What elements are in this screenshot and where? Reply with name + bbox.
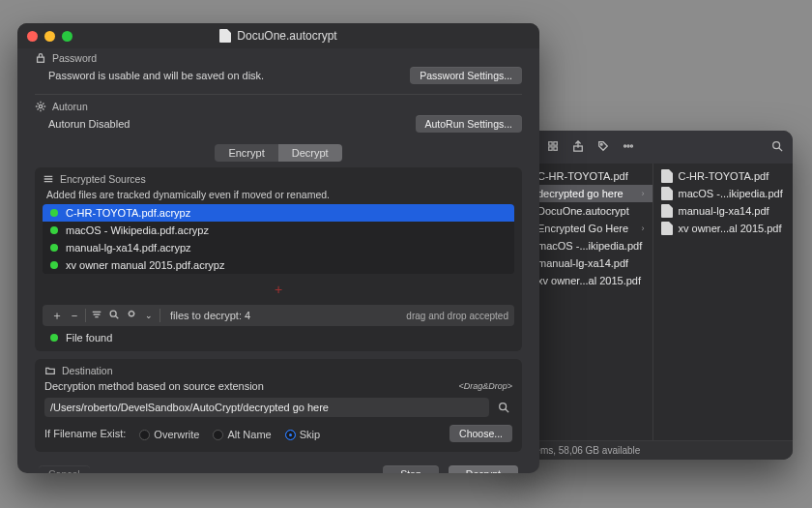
found-label: File found bbox=[66, 332, 112, 344]
status-led-icon bbox=[50, 209, 58, 217]
svg-point-24 bbox=[129, 311, 133, 315]
search-path-icon[interactable] bbox=[495, 399, 512, 416]
finder-status: 4 items, 58,06 GB available bbox=[512, 440, 793, 460]
svg-point-15 bbox=[39, 105, 42, 107]
finder-window: C-HR-TOYOTA.pdfdecrypted go here›DocuOne… bbox=[512, 131, 793, 460]
list-item[interactable]: manual-lg-xa14.pdf.acrypz bbox=[43, 239, 514, 256]
stop-button[interactable]: Stop bbox=[383, 465, 439, 473]
autorun-status: Autorun Disabled bbox=[48, 118, 130, 130]
list-item[interactable]: C-HR-TOYOTA.pdf.acrypz bbox=[43, 204, 514, 222]
list-icon bbox=[43, 173, 54, 185]
finder-item-label: DocuOne.autocrypt bbox=[537, 205, 629, 217]
cancel-button[interactable]: Cancel bbox=[39, 465, 90, 473]
sources-panel: Encrypted Sources Added files are tracke… bbox=[35, 167, 522, 351]
reveal-icon[interactable] bbox=[105, 309, 123, 323]
finder-item-label: macOS -...ikipedia.pdf bbox=[679, 188, 783, 199]
search-icon[interactable] bbox=[771, 140, 783, 155]
finder-row[interactable]: manual-lg-xa14.pdf bbox=[653, 202, 794, 220]
svg-rect-14 bbox=[38, 57, 44, 62]
sources-section-label: Encrypted Sources bbox=[60, 173, 146, 185]
finder-item-label: manual-lg-xa14.pdf bbox=[537, 257, 628, 269]
destination-method: Decryption method based on source extens… bbox=[44, 380, 264, 392]
svg-line-23 bbox=[116, 315, 119, 318]
finder-item-label: decrypted go here bbox=[537, 188, 624, 199]
add-button[interactable]: ＋ bbox=[48, 308, 66, 324]
destination-section-label: Destination bbox=[62, 365, 113, 376]
list-item-label: xv owner manual 2015.pdf.acrypz bbox=[66, 259, 224, 271]
list-placeholder-icon: + bbox=[43, 274, 514, 305]
svg-point-11 bbox=[630, 144, 632, 146]
tab-encrypt[interactable]: Encrypt bbox=[215, 144, 277, 162]
titlebar: DocuOne.autocrypt bbox=[17, 23, 539, 48]
svg-point-12 bbox=[773, 141, 780, 148]
radio-altname[interactable]: Alt Name bbox=[213, 428, 271, 440]
radio-overwrite[interactable]: Overwrite bbox=[139, 428, 199, 440]
svg-rect-4 bbox=[554, 141, 557, 144]
document-icon bbox=[219, 29, 231, 43]
svg-line-26 bbox=[506, 409, 508, 412]
dragdrop-hint: <Drag&Drop> bbox=[458, 381, 512, 391]
sources-list[interactable]: C-HR-TOYOTA.pdf.acrypzmacOS - Wikipedia.… bbox=[43, 204, 514, 274]
finder-item-label: C-HR-TOYOTA.pdf bbox=[679, 170, 769, 182]
password-status: Password is usable and will be saved on … bbox=[48, 70, 264, 81]
sources-toolbar: ＋ － ⌄ files to decrypt: 4 drag and drop … bbox=[43, 305, 514, 326]
file-icon bbox=[661, 204, 673, 218]
filter-icon[interactable] bbox=[88, 309, 105, 323]
svg-point-25 bbox=[500, 403, 507, 410]
share-icon[interactable] bbox=[572, 140, 584, 155]
finder-column-2[interactable]: C-HR-TOYOTA.pdfmacOS -...ikipedia.pdfman… bbox=[653, 164, 794, 440]
finder-item-label: xv owner...al 2015.pdf bbox=[679, 223, 782, 234]
autocrypt-window: DocuOne.autocrypt Password Password is u… bbox=[17, 23, 539, 473]
tab-decrypt[interactable]: Decrypt bbox=[278, 144, 342, 162]
svg-rect-6 bbox=[554, 146, 557, 149]
group-icon[interactable] bbox=[547, 140, 559, 155]
file-icon bbox=[661, 222, 673, 235]
destination-panel: Destination Decryption method based on s… bbox=[35, 359, 522, 452]
autorun-section-label: Autorun bbox=[52, 101, 88, 112]
svg-rect-5 bbox=[549, 146, 552, 149]
lock-icon bbox=[35, 52, 46, 64]
finder-item-label: C-HR-TOYOTA.pdf bbox=[537, 170, 628, 182]
tag-icon[interactable] bbox=[597, 140, 609, 155]
decrypt-button[interactable]: Decrypt bbox=[449, 465, 518, 473]
sources-help: Added files are tracked dynamically even… bbox=[43, 189, 514, 200]
radio-skip[interactable]: Skip bbox=[285, 428, 320, 440]
chevron-down-icon[interactable]: ⌄ bbox=[140, 311, 158, 320]
status-led-icon bbox=[50, 244, 58, 252]
status-led-icon bbox=[50, 226, 58, 234]
svg-point-9 bbox=[624, 144, 626, 146]
svg-rect-3 bbox=[549, 141, 552, 144]
file-icon bbox=[661, 187, 673, 200]
list-item[interactable]: macOS - Wikipedia.pdf.acrypz bbox=[43, 222, 514, 239]
destination-path-field[interactable] bbox=[44, 398, 489, 417]
exist-label: If Filename Exist: bbox=[44, 428, 126, 439]
list-item-label: macOS - Wikipedia.pdf.acrypz bbox=[66, 224, 209, 236]
actions-dropdown[interactable] bbox=[123, 309, 140, 323]
finder-item-label: manual-lg-xa14.pdf bbox=[679, 205, 769, 217]
choose-button[interactable]: Choose... bbox=[450, 425, 512, 442]
status-led-icon bbox=[50, 261, 58, 269]
finder-row[interactable]: C-HR-TOYOTA.pdf bbox=[653, 167, 794, 185]
svg-point-8 bbox=[600, 143, 602, 145]
sources-count: files to decrypt: 4 bbox=[170, 310, 406, 321]
finder-row[interactable]: macOS -...ikipedia.pdf bbox=[653, 185, 794, 202]
status-led-icon bbox=[50, 334, 58, 342]
chevron-right-icon: › bbox=[642, 189, 645, 198]
autorun-settings-button[interactable]: AutoRun Settings... bbox=[416, 115, 522, 133]
password-settings-button[interactable]: Password Settings... bbox=[410, 67, 522, 84]
list-item[interactable]: xv owner manual 2015.pdf.acrypz bbox=[43, 256, 514, 274]
file-icon bbox=[661, 169, 673, 183]
mode-tabs: Encrypt Decrypt bbox=[17, 144, 539, 162]
list-item-label: C-HR-TOYOTA.pdf.acrypz bbox=[66, 207, 190, 219]
password-section-label: Password bbox=[52, 52, 97, 64]
actions-icon[interactable] bbox=[623, 140, 634, 155]
folder-icon bbox=[44, 365, 56, 376]
list-item-label: manual-lg-xa14.pdf.acrypz bbox=[66, 242, 191, 254]
finder-item-label: xv owner...al 2015.pdf bbox=[537, 275, 641, 286]
remove-button[interactable]: － bbox=[66, 308, 83, 324]
chevron-right-icon: › bbox=[642, 224, 645, 233]
finder-row[interactable]: xv owner...al 2015.pdf bbox=[653, 220, 794, 237]
gear-icon bbox=[35, 101, 46, 112]
window-title: DocuOne.autocrypt bbox=[237, 29, 336, 43]
finder-toolbar bbox=[512, 131, 793, 164]
